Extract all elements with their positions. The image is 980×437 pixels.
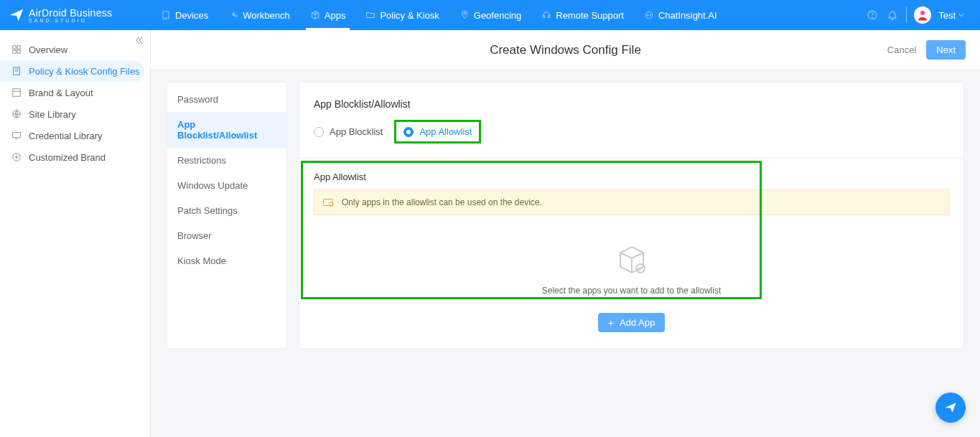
bell-icon[interactable] bbox=[886, 9, 899, 22]
empty-state: Select the apps you want to add to the a… bbox=[314, 235, 949, 306]
brand-subtitle: SAND STUDIO bbox=[29, 18, 112, 23]
nav-devices[interactable]: Devices bbox=[151, 0, 218, 30]
config-tab-restrictions[interactable]: Restrictions bbox=[167, 148, 286, 173]
brand-logo[interactable]: AirDroid Business SAND STUDIO bbox=[0, 7, 151, 23]
floating-action-button[interactable] bbox=[935, 393, 966, 423]
add-app-button[interactable]: + Add App bbox=[598, 313, 665, 332]
svg-rect-10 bbox=[17, 46, 20, 49]
config-tab-browser[interactable]: Browser bbox=[167, 223, 286, 248]
empty-text: Select the apps you want to add to the a… bbox=[542, 286, 722, 296]
nav-chatinsight[interactable]: ChatInsight.AI bbox=[634, 0, 727, 30]
nav-geofencing[interactable]: Geofencing bbox=[449, 0, 532, 30]
svg-point-3 bbox=[645, 11, 652, 18]
cancel-button[interactable]: Cancel bbox=[887, 44, 916, 55]
sidebar-overview[interactable]: Overview bbox=[0, 39, 150, 60]
chevron-down-icon bbox=[958, 12, 964, 18]
config-tab-list: Password App Blocklist/Allowlist Restric… bbox=[167, 82, 287, 349]
svg-point-5 bbox=[650, 14, 650, 15]
svg-point-4 bbox=[648, 14, 648, 15]
collapse-sidebar-icon[interactable] bbox=[133, 34, 144, 46]
plus-icon: + bbox=[608, 318, 614, 328]
svg-point-8 bbox=[920, 11, 925, 15]
layout-icon bbox=[11, 88, 22, 98]
location-icon bbox=[459, 10, 470, 20]
svg-rect-9 bbox=[13, 46, 16, 49]
divider bbox=[906, 7, 907, 23]
headset-icon bbox=[541, 10, 551, 20]
divider bbox=[299, 158, 963, 159]
cube-icon bbox=[310, 10, 320, 20]
radio-app-allowlist[interactable]: App Allowlist bbox=[403, 126, 472, 137]
section-title: App Blocklist/Allowlist bbox=[314, 98, 949, 110]
subsection-title: App Allowlist bbox=[314, 171, 949, 182]
left-sidebar: Overview Policy & Kiosk Config Files Bra… bbox=[0, 30, 151, 437]
nav-workbench[interactable]: Workbench bbox=[218, 0, 300, 30]
main-content: Create Windows Config File Cancel Next P… bbox=[151, 30, 980, 437]
policy-icon bbox=[11, 66, 22, 76]
radio-icon bbox=[314, 127, 324, 137]
radio-app-blocklist[interactable]: App Blocklist bbox=[314, 126, 383, 137]
chat-ai-icon bbox=[644, 10, 654, 20]
sidebar-customized-brand[interactable]: Customized Brand bbox=[0, 146, 150, 168]
help-icon[interactable] bbox=[866, 9, 879, 22]
page-title: Create Windows Config File bbox=[490, 43, 641, 57]
config-tab-password[interactable]: Password bbox=[167, 87, 286, 112]
globe-icon bbox=[11, 109, 22, 119]
highlight-green: App Allowlist bbox=[394, 120, 481, 144]
info-banner: Only apps in the allowlist can be used o… bbox=[314, 189, 949, 215]
brand-name: AirDroid Business bbox=[29, 7, 112, 19]
svg-point-7 bbox=[872, 17, 873, 18]
info-text: Only apps in the allowlist can be used o… bbox=[342, 197, 542, 207]
svg-rect-11 bbox=[13, 50, 16, 53]
package-check-icon bbox=[615, 243, 649, 277]
svg-rect-16 bbox=[13, 89, 21, 97]
plus-circle-icon bbox=[11, 152, 22, 162]
config-panel: App Blocklist/Allowlist App Blocklist Ap… bbox=[299, 82, 964, 349]
config-tab-windows-update[interactable]: Windows Update bbox=[167, 173, 286, 198]
tablet-icon bbox=[161, 10, 171, 20]
svg-rect-19 bbox=[13, 133, 21, 138]
user-menu[interactable]: Test bbox=[938, 10, 964, 21]
user-avatar[interactable] bbox=[914, 6, 931, 24]
config-tab-kiosk-mode[interactable]: Kiosk Mode bbox=[167, 248, 286, 273]
paper-plane-icon bbox=[943, 400, 958, 415]
radio-icon bbox=[403, 127, 414, 137]
page-header: Create Windows Config File Cancel Next bbox=[151, 30, 980, 70]
sidebar-brand-layout[interactable]: Brand & Layout bbox=[0, 82, 150, 103]
next-button[interactable]: Next bbox=[926, 40, 966, 60]
monitor-icon bbox=[11, 131, 22, 141]
nav-policy-kiosk[interactable]: Policy & Kiosk bbox=[355, 0, 449, 30]
svg-rect-12 bbox=[17, 50, 20, 53]
paper-plane-icon bbox=[9, 7, 24, 23]
grid-icon bbox=[11, 44, 22, 55]
folder-icon bbox=[365, 10, 375, 20]
nav-apps[interactable]: Apps bbox=[300, 0, 356, 30]
config-tab-app-blocklist-allowlist[interactable]: App Blocklist/Allowlist bbox=[167, 112, 286, 148]
top-navbar: AirDroid Business SAND STUDIO Devices Wo… bbox=[0, 0, 980, 30]
config-tab-patch-settings[interactable]: Patch Settings bbox=[167, 198, 286, 223]
sidebar-policy-kiosk-config[interactable]: Policy & Kiosk Config Files bbox=[0, 60, 144, 82]
radio-group: App Blocklist App Allowlist bbox=[314, 120, 949, 144]
sidebar-credential-library[interactable]: Credential Library bbox=[0, 125, 150, 146]
info-icon bbox=[322, 196, 335, 209]
sidebar-site-library[interactable]: Site Library bbox=[0, 103, 150, 125]
svg-point-2 bbox=[464, 13, 465, 14]
wrench-icon bbox=[228, 10, 238, 20]
nav-remote-support[interactable]: Remote Support bbox=[531, 0, 634, 30]
